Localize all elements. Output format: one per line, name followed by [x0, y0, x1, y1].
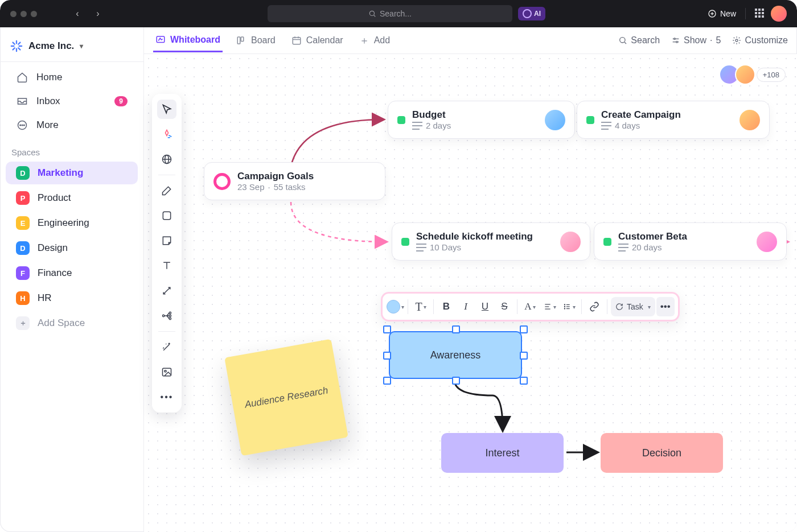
collaborators[interactable]: +108 — [724, 64, 786, 85]
space-marketing[interactable]: DMarketing — [6, 162, 138, 184]
card-kickoff[interactable]: Schedule kickoff meeting 10 Days — [392, 222, 590, 261]
sidebar-item-home[interactable]: Home — [6, 67, 138, 88]
tool-select[interactable] — [157, 100, 176, 119]
avatar[interactable] — [560, 232, 581, 252]
link-button[interactable] — [585, 297, 603, 316]
nav-forward-button[interactable]: › — [91, 6, 105, 21]
chevron-down-icon: ▾ — [80, 42, 83, 50]
card-customer-beta[interactable]: Customer Beta 20 days — [594, 222, 787, 261]
font-button[interactable]: T▾ — [412, 297, 430, 316]
canvas-toolbar: ••• — [152, 94, 182, 413]
space-hr[interactable]: HHR — [6, 287, 138, 310]
card-title: Customer Beta — [618, 231, 687, 242]
whiteboard-canvas[interactable]: ••• +108 — [144, 54, 797, 532]
new-button[interactable]: New — [708, 9, 736, 18]
card-campaign-goals[interactable]: Campaign Goals 23 Sep·55 tasks — [204, 162, 385, 200]
card-title: Create Campaign — [601, 109, 681, 121]
add-space-button[interactable]: ＋ Add Space — [6, 312, 138, 335]
collaborators-more[interactable]: +108 — [757, 68, 786, 82]
tool-sticky[interactable] — [157, 231, 176, 250]
italic-button[interactable]: I — [457, 297, 475, 316]
nav-back-button[interactable]: ‹ — [70, 6, 85, 21]
status-icon — [586, 116, 594, 124]
space-letter-icon: D — [16, 241, 30, 255]
avatar[interactable] — [740, 110, 760, 130]
selection-handles[interactable] — [387, 329, 524, 381]
action-customize[interactable]: Customize — [732, 35, 788, 46]
strike-button[interactable]: S — [495, 297, 513, 316]
tool-text[interactable] — [157, 256, 176, 275]
align-button[interactable]: ▾ — [540, 297, 558, 316]
flow-awareness[interactable]: Awareness — [389, 331, 522, 379]
search-placeholder: Search... — [380, 9, 412, 18]
card-budget[interactable]: Budget 2 days — [388, 101, 575, 139]
sidebar-item-inbox[interactable]: Inbox 9 — [6, 90, 138, 112]
fill-color-button[interactable]: ▾ — [386, 297, 404, 316]
tool-shape[interactable] — [157, 206, 176, 225]
window-controls[interactable] — [10, 11, 37, 17]
flow-interest[interactable]: Interest — [441, 433, 564, 473]
workspace-name: Acme Inc. — [28, 40, 74, 52]
tool-ai-shapes[interactable] — [157, 125, 176, 144]
action-show[interactable]: Show·5 — [671, 35, 721, 46]
avatar[interactable] — [757, 232, 777, 252]
list-button[interactable]: ▾ — [560, 297, 578, 316]
svg-point-14 — [20, 125, 21, 126]
global-search-input[interactable]: Search... — [268, 5, 512, 22]
tool-pen[interactable] — [157, 181, 176, 200]
search-icon — [618, 36, 627, 45]
space-engineering[interactable]: EEngineering — [6, 212, 138, 234]
svg-line-1 — [374, 15, 376, 17]
apps-grid-icon[interactable] — [755, 9, 765, 19]
tab-board[interactable]: Board — [234, 30, 278, 51]
tool-connector[interactable] — [157, 281, 176, 300]
spaces-heading: Spaces — [0, 137, 143, 160]
add-space-label: Add Space — [38, 317, 85, 329]
svg-line-25 — [625, 42, 626, 44]
action-search[interactable]: Search — [618, 35, 660, 46]
underline-button[interactable]: U — [476, 297, 494, 316]
svg-point-28 — [674, 38, 676, 40]
space-finance[interactable]: FFinance — [6, 262, 138, 284]
space-label: Design — [38, 242, 68, 254]
more-icon — [16, 119, 28, 131]
svg-point-48 — [564, 308, 565, 309]
bold-button[interactable]: B — [437, 297, 455, 316]
svg-point-29 — [676, 41, 678, 43]
sticky-note[interactable]: Audience Research — [224, 339, 348, 456]
ai-button[interactable]: AI — [518, 7, 545, 20]
svg-point-47 — [564, 306, 565, 307]
svg-point-42 — [165, 370, 166, 372]
text-color-button[interactable]: A▾ — [521, 297, 539, 316]
avatar[interactable] — [545, 110, 565, 130]
space-design[interactable]: DDesign — [6, 237, 138, 259]
sidebar-item-label: Home — [36, 72, 62, 83]
status-icon — [401, 238, 409, 246]
tab-calendar[interactable]: Calendar — [289, 30, 346, 51]
svg-point-15 — [22, 125, 23, 126]
convert-task-button[interactable]: Task▾ — [611, 297, 655, 316]
more-options-button[interactable]: ••• — [656, 297, 675, 316]
tool-web[interactable] — [157, 150, 176, 169]
tool-magic[interactable] — [157, 337, 176, 357]
whiteboard-icon — [155, 35, 166, 45]
space-letter-icon: H — [16, 291, 30, 305]
plus-icon: ＋ — [359, 34, 369, 47]
space-label: HR — [38, 292, 52, 304]
tab-add-view[interactable]: ＋ Add — [357, 28, 392, 53]
tab-whiteboard[interactable]: Whiteboard — [153, 29, 223, 52]
space-label: Finance — [38, 267, 72, 279]
gear-icon — [732, 36, 741, 45]
tool-more[interactable]: ••• — [157, 387, 176, 407]
flow-decision[interactable]: Decision — [601, 433, 723, 473]
tool-mindmap[interactable] — [157, 306, 176, 325]
space-product[interactable]: PProduct — [6, 187, 138, 209]
sidebar-item-more[interactable]: More — [6, 114, 138, 136]
sliders-icon — [671, 36, 680, 45]
user-avatar[interactable] — [771, 6, 787, 22]
card-create-campaign[interactable]: Create Campaign 4 days — [577, 101, 770, 139]
avatar[interactable] — [735, 64, 755, 85]
sticky-text: Audience Research — [244, 385, 329, 410]
tool-image[interactable] — [157, 362, 176, 382]
workspace-switcher[interactable]: Acme Inc. ▾ — [0, 32, 143, 59]
